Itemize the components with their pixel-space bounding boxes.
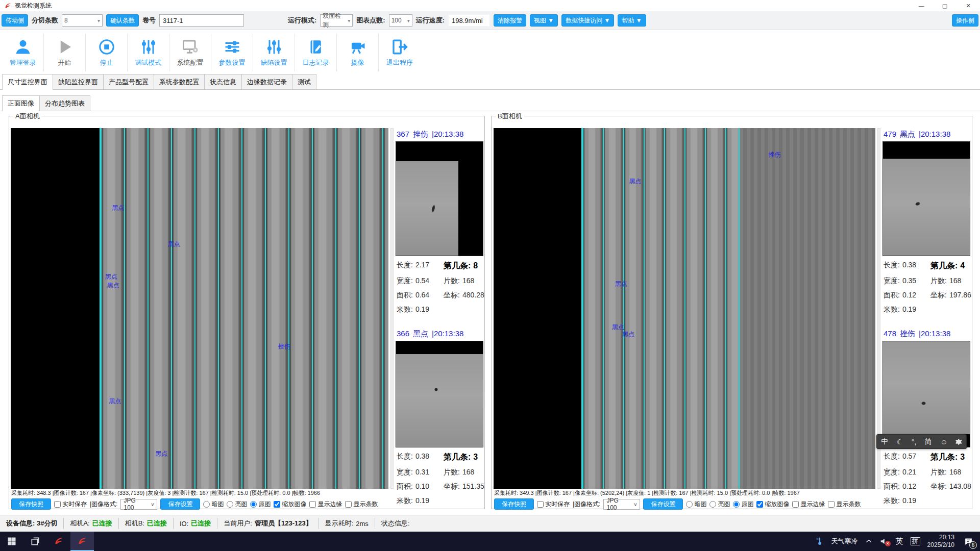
app-logo-icon	[4, 2, 12, 10]
roll-number-input[interactable]: 3117-1	[159, 14, 244, 27]
tool-defect-settings[interactable]: 缺陷设置	[253, 34, 295, 71]
defect-field: 第几条:3	[444, 452, 484, 463]
drive-side-button[interactable]: 传动侧	[2, 14, 28, 27]
bright-image-radio[interactable]: 亮图	[227, 500, 247, 509]
ime-halfwidth-icon[interactable]: ☾	[896, 438, 904, 446]
save-settings-button[interactable]: 保存设置	[643, 498, 683, 510]
camera-b-image[interactable]: 挫伤黑点黑点黑点黑点	[494, 128, 875, 489]
strip-region-plain	[740, 128, 875, 489]
confirm-strip-count-button[interactable]: 确认条数	[106, 14, 139, 27]
help-menu-button[interactable]: 帮助 ▼	[618, 14, 646, 27]
tab-size-monitor[interactable]: 尺寸监控界面	[2, 74, 53, 90]
tab-status-info[interactable]: 状态信息	[204, 74, 242, 89]
strip-count-label: 分切条数	[32, 16, 58, 25]
gear-icon[interactable]	[955, 438, 963, 446]
realtime-save-checkbox[interactable]: 实时保存	[537, 500, 570, 509]
dark-image-radio[interactable]: 暗图	[686, 500, 706, 509]
pinned-app-icon[interactable]	[47, 532, 70, 551]
tab-test[interactable]: 测试	[292, 74, 316, 89]
tab-system-param-config[interactable]: 系统参数配置	[154, 74, 205, 89]
realtime-save-checkbox[interactable]: 实时保存	[54, 500, 87, 509]
original-image-radio[interactable]: 原图	[733, 500, 753, 509]
task-view-button[interactable]	[23, 532, 47, 551]
running-app-icon[interactable]	[70, 532, 94, 551]
zoom-image-checkbox[interactable]: 缩放图像	[756, 500, 789, 509]
view-menu-button[interactable]: 视图 ▼	[530, 14, 558, 27]
language-indicator[interactable]: 英	[896, 537, 903, 546]
show-strips-checkbox[interactable]: 显示条数	[345, 500, 378, 509]
defect-thumbnail	[883, 341, 970, 447]
save-snapshot-button[interactable]: 保存快照	[11, 498, 51, 510]
tool-system-config[interactable]: 系统配置	[169, 34, 211, 71]
tool-exit-program[interactable]: 退出程序	[379, 34, 421, 71]
tab-product-model-config[interactable]: 产品型号配置	[103, 74, 154, 89]
taskbar-date: 2025/2/10	[927, 541, 954, 549]
sliders-horizontal-icon	[223, 38, 241, 56]
clear-alarm-button[interactable]: 清除报警	[494, 14, 526, 27]
defect-time: |20:13:38	[432, 329, 463, 338]
bright-image-radio[interactable]: 亮图	[709, 500, 730, 509]
defect-thumbnail	[883, 141, 970, 256]
defect-card[interactable]: 367 挫伤 |20:13:38 长度:2.17第几条:8宽度:0.54片数:1…	[396, 128, 483, 314]
start-button[interactable]	[0, 532, 23, 551]
tool-debug-mode[interactable]: 调试模式	[128, 34, 169, 71]
defect-id: 479	[884, 130, 896, 138]
tool-admin-login[interactable]: 管理登录	[2, 34, 44, 71]
image-format-select[interactable]: JPG 100∨	[120, 499, 157, 510]
tool-camera-capture[interactable]: 摄像	[337, 34, 379, 71]
tab-defect-monitor[interactable]: 缺陷监控界面	[53, 74, 104, 89]
maximize-button[interactable]: ▢	[933, 0, 957, 11]
defect-field: 面积:0.12	[884, 291, 928, 300]
defect-field: 第几条:3	[930, 452, 971, 463]
save-settings-button[interactable]: 保存设置	[160, 498, 200, 510]
weather-text[interactable]: 天气寒冷	[831, 537, 858, 546]
taskbar-clock[interactable]: 20:13 2025/2/10	[927, 534, 954, 549]
minimize-button[interactable]: —	[910, 0, 933, 11]
defect-card[interactable]: 478 挫伤 |20:13:38 长度:0.57第几条:3宽度:0.21片数:1…	[883, 328, 970, 506]
zoom-image-checkbox[interactable]: 缩放图像	[274, 500, 306, 509]
ime-emoji-icon[interactable]: ☺	[939, 438, 948, 446]
volume-muted-icon[interactable]: ✕	[879, 537, 889, 546]
camera-a-scrollbar[interactable]	[390, 128, 394, 489]
defect-card[interactable]: 479 黑点 |20:13:38 长度:0.38第几条:4宽度:0.35片数:1…	[883, 128, 970, 314]
camera-a-image[interactable]: 黑点黑点黑点黑点挫伤黑点黑点	[11, 128, 388, 489]
show-edge-checkbox[interactable]: 显示边缘	[309, 500, 342, 509]
defect-card[interactable]: 366 黑点 |20:13:38 长度:0.38第几条:3宽度:0.31片数:1…	[396, 328, 483, 506]
subtab-front-image[interactable]: 正面图像	[2, 95, 40, 111]
strip-count-select[interactable]: 8▾	[62, 14, 103, 27]
app-logo-icon	[77, 536, 87, 546]
tool-start[interactable]: 开始	[44, 34, 86, 71]
tab-edge-data-record[interactable]: 边缘数据记录	[241, 74, 292, 89]
tool-log-record[interactable]: 日志记录	[295, 34, 337, 71]
defect-id: 478	[884, 329, 896, 338]
defect-field: 长度:0.38	[397, 452, 442, 463]
tool-stop[interactable]: 停止	[86, 34, 128, 71]
save-snapshot-button[interactable]: 保存快照	[494, 498, 534, 510]
show-strips-checkbox[interactable]: 显示条数	[828, 500, 861, 509]
action-center-button[interactable]: 6	[962, 535, 975, 548]
hidden-icons-chevron-icon[interactable]	[865, 538, 872, 545]
ime-simplified[interactable]: 简	[924, 437, 933, 446]
defect-field: 第几条:4	[930, 261, 971, 271]
run-speed-value: 198.9m/mi	[448, 14, 490, 27]
subtab-distribution-chart[interactable]: 分布趋势图表	[39, 95, 90, 111]
original-image-radio[interactable]: 原图	[250, 500, 271, 509]
run-mode-select[interactable]: 双面检测▾	[320, 14, 353, 27]
camera-a-defect-list: 367 挫伤 |20:13:38 长度:2.17第几条:8宽度:0.54片数:1…	[396, 128, 483, 489]
dark-image-radio[interactable]: 暗图	[203, 500, 224, 509]
operate-side-button[interactable]: 操作侧	[952, 14, 978, 27]
ime-mode-chinese[interactable]: 中	[880, 437, 889, 446]
defect-label: 黑点	[105, 272, 117, 281]
tool-parameter-settings[interactable]: 参数设置	[211, 34, 253, 71]
show-edge-checkbox[interactable]: 显示边缘	[792, 500, 825, 509]
close-button[interactable]: ✕	[957, 0, 980, 11]
data-quick-access-button[interactable]: 数据快捷访问 ▼	[561, 14, 614, 27]
chart-points-select[interactable]: 100▾	[389, 14, 412, 27]
ime-indicator[interactable]: 拼	[911, 537, 920, 545]
ime-punctuation-icon[interactable]: °,	[911, 438, 918, 446]
camera-b-status-line: 采集耗时: 349.3 |图像计数: 167 |像素坐标: (5202,24) …	[494, 489, 876, 497]
status-info: 状态信息:	[375, 518, 416, 529]
current-user: 当前用户:管理员【123-123】	[217, 518, 318, 529]
image-format-select[interactable]: JPG 100∨	[603, 499, 640, 510]
ime-toolbar[interactable]: 中 ☾ °, 简 ☺	[876, 434, 967, 449]
